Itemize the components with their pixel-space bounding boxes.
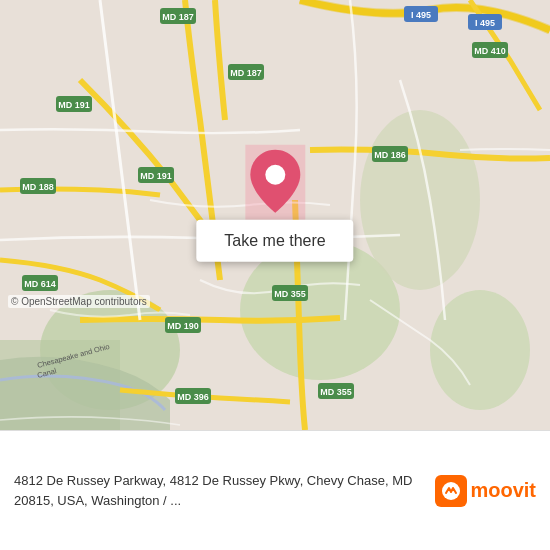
svg-text:MD 396: MD 396 (177, 392, 209, 402)
svg-point-37 (265, 165, 285, 185)
svg-point-2 (360, 110, 480, 290)
svg-text:MD 191: MD 191 (140, 171, 172, 181)
osm-credit: © OpenStreetMap contributors (8, 295, 150, 308)
svg-text:I 495: I 495 (411, 10, 431, 20)
svg-text:MD 355: MD 355 (320, 387, 352, 397)
moovit-brand-text: moovit (470, 479, 536, 502)
svg-text:MD 191: MD 191 (58, 100, 90, 110)
svg-text:MD 187: MD 187 (162, 12, 194, 22)
take-me-there-overlay: Take me there (196, 145, 353, 262)
address-text: 4812 De Russey Parkway, 4812 De Russey P… (14, 471, 414, 510)
svg-text:MD 410: MD 410 (474, 46, 506, 56)
moovit-app-icon (440, 480, 462, 502)
svg-text:MD 188: MD 188 (22, 182, 54, 192)
svg-text:MD 186: MD 186 (374, 150, 406, 160)
take-me-there-button[interactable]: Take me there (196, 220, 353, 262)
bottom-panel: 4812 De Russey Parkway, 4812 De Russey P… (0, 430, 550, 550)
svg-text:MD 355: MD 355 (274, 289, 306, 299)
moovit-icon (435, 475, 467, 507)
svg-text:MD 187: MD 187 (230, 68, 262, 78)
location-pin-icon (245, 145, 305, 220)
map-container: I 495 I 495 MD 187 MD 187 MD 191 MD 191 … (0, 0, 550, 430)
svg-text:I 495: I 495 (475, 18, 495, 28)
svg-text:MD 190: MD 190 (167, 321, 199, 331)
moovit-logo: moovit (435, 475, 536, 507)
svg-text:MD 614: MD 614 (24, 279, 56, 289)
